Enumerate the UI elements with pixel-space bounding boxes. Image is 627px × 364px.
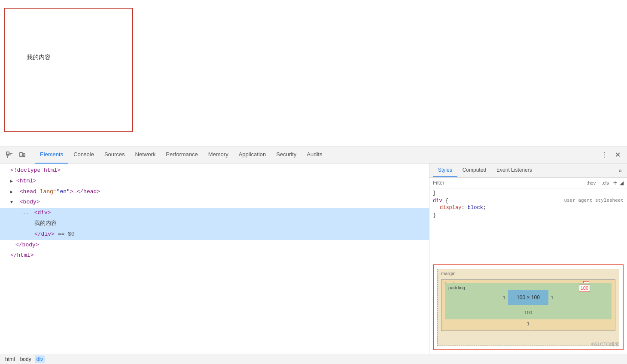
styles-tab-styles[interactable]: Styles [433, 164, 457, 177]
style-rule-div: div { user agent stylesheet [433, 198, 624, 204]
styles-tabs: Styles Computed Event Listeners » [429, 164, 627, 178]
styles-filter-bar: :hov .cls + ◢ [429, 178, 627, 188]
breadcrumb-body[interactable]: body [18, 355, 33, 363]
tab-performance[interactable]: Performance [161, 146, 203, 164]
margin-top-value: - [527, 271, 529, 276]
breadcrumb-html[interactable]: html [3, 355, 17, 363]
style-property-display: display: block; [433, 205, 624, 211]
style-brace-close: } [433, 190, 624, 196]
devtools-breadcrumb: html body div [0, 354, 627, 364]
html-line-doctype: <!doctype html> [0, 165, 429, 176]
svg-rect-0 [6, 152, 9, 155]
device-icon[interactable] [16, 149, 28, 161]
styles-tab-event-listeners[interactable]: Event Listeners [491, 164, 537, 177]
svg-rect-6 [23, 154, 25, 157]
tab-console[interactable]: Console [68, 146, 99, 164]
devtools-toolbar: Elements Console Sources Network Perform… [0, 146, 627, 164]
padding-label: padding [448, 285, 465, 290]
watermark: ©51CTO博客 [591, 341, 619, 348]
devtools-close-button[interactable]: ✕ [612, 149, 624, 161]
tab-network[interactable]: Network [130, 146, 161, 164]
html-line-html-close: </html> [0, 250, 429, 261]
html-line-div-open[interactable]: ... <div> [0, 208, 429, 218]
breadcrumb-div[interactable]: div [35, 355, 45, 363]
padding-top-value: 100 [579, 285, 590, 292]
browser-viewport: 我的内容 [0, 0, 627, 146]
box-right-value: 1 [551, 295, 554, 300]
box-padding: padding 100 1 100 × 100 1 100 [445, 283, 612, 319]
styles-tabs-more[interactable]: » [617, 164, 624, 177]
toolbar-separator [32, 151, 32, 159]
styles-panel: Styles Computed Event Listeners » :hov .… [429, 164, 627, 354]
page-text: 我的内容 [27, 54, 51, 61]
box-border-bottom-value: 1 [445, 319, 612, 327]
devtools-main: <!doctype html> ▶<html> ▶ <head lang="en… [0, 164, 627, 354]
box-margin: margin - border 1 padding 100 1 100 × 10… [437, 269, 619, 346]
tab-application[interactable]: Application [234, 146, 271, 164]
filter-expand-icon[interactable]: ◢ [620, 180, 624, 186]
hov-button[interactable]: :hov [585, 179, 597, 186]
html-line-div-close: </div> == $0 [0, 229, 429, 240]
box-border: border 1 padding 100 1 100 × 100 1 100 [441, 279, 615, 331]
styles-filter-input[interactable] [433, 180, 582, 186]
html-line-body-close: </body> [0, 240, 429, 251]
tabs-more-icon[interactable]: ⋮ [598, 151, 612, 159]
html-line-text: 我的内容 [0, 218, 429, 229]
tab-memory[interactable]: Memory [203, 146, 234, 164]
inspect-icon[interactable] [3, 149, 15, 161]
demo-box: 我的内容 [4, 8, 133, 132]
tab-audits[interactable]: Audits [301, 146, 327, 164]
margin-label: margin [441, 271, 456, 276]
html-line-head[interactable]: ▶ <head lang="en">…</head> [0, 187, 429, 197]
html-line-html: ▶<html> [0, 176, 429, 187]
style-brace-close2: } [433, 212, 624, 218]
box-model: margin - border 1 padding 100 1 100 × 10… [433, 264, 624, 350]
tab-sources[interactable]: Sources [99, 146, 130, 164]
cls-button[interactable]: .cls [600, 179, 611, 186]
box-left-value: 1 [503, 295, 505, 300]
styles-tab-computed[interactable]: Computed [457, 164, 491, 177]
styles-content: } div { user agent stylesheet display: b… [429, 188, 627, 261]
box-margin-bottom-value: - [441, 331, 615, 339]
box-padding-bottom-value: 100 [448, 308, 608, 316]
devtools-panel: Elements Console Sources Network Perform… [0, 146, 627, 364]
box-content-size: 100 × 100 [508, 290, 548, 305]
html-panel[interactable]: <!doctype html> ▶<html> ▶ <head lang="en… [0, 164, 429, 354]
tab-security[interactable]: Security [271, 146, 301, 164]
add-style-button[interactable]: + [613, 179, 617, 186]
tab-elements[interactable]: Elements [35, 146, 68, 164]
html-line-body[interactable]: ▼ <body> [0, 197, 429, 208]
